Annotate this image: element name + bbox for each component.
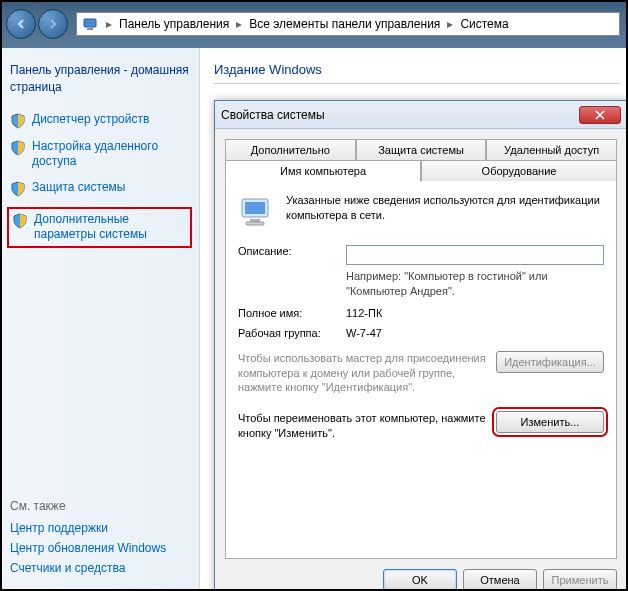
window-glass-frame: ▸ Панель управления ▸ Все элементы панел… [0,0,628,48]
breadcrumb-segment[interactable]: Система [456,17,512,31]
footer-link-action-center[interactable]: Центр поддержки [10,521,190,535]
apply-button: Применить [543,569,617,591]
chevron-right-icon: ▸ [103,17,115,31]
see-also-header: См. также [10,499,190,513]
description-hint: Например: "Компьютер в гостиной" или "Ко… [346,269,604,299]
nav-back-button[interactable] [6,9,36,39]
chevron-right-icon: ▸ [444,17,456,31]
computer-icon [238,193,276,231]
address-bar[interactable]: ▸ Панель управления ▸ Все элементы панел… [76,12,620,36]
shield-icon [10,140,26,156]
fullname-label: Полное имя: [238,307,346,319]
computer-icon [81,15,99,33]
content-section-title: Издание Windows [214,62,628,77]
dialog-titlebar[interactable]: Свойства системы [215,101,627,129]
footer-link-windows-update[interactable]: Центр обновления Windows [10,541,190,555]
workgroup-value: W-7-47 [346,327,604,339]
sidebar-item-advanced-settings[interactable]: Дополнительные параметры системы [7,207,192,248]
chevron-right-icon: ▸ [233,17,245,31]
cancel-button[interactable]: Отмена [463,569,537,591]
nav-forward-button[interactable] [38,9,68,39]
sidebar-item-device-manager[interactable]: Диспетчер устройств [10,112,189,129]
divider [214,83,620,84]
breadcrumb-segment[interactable]: Панель управления [115,17,233,31]
identification-text: Чтобы использовать мастер для присоедине… [238,351,488,396]
description-input[interactable] [346,245,604,265]
sidebar-item-system-protection[interactable]: Защита системы [10,180,189,197]
close-button[interactable] [579,106,621,124]
tab-panel-computer-name: Указанные ниже сведения используются для… [225,181,617,559]
dialog-title: Свойства системы [221,108,579,122]
sidebar-home-link[interactable]: Панель управления - домашняя страница [10,62,189,96]
shield-icon [10,113,26,129]
sidebar-item-label: Защита системы [32,180,125,196]
shield-icon [10,181,26,197]
svg-rect-1 [87,28,93,30]
tab-advanced[interactable]: Дополнительно [225,139,356,161]
sidebar-item-label: Диспетчер устройств [32,112,149,128]
system-properties-dialog: Свойства системы Дополнительно Защита си… [214,100,628,591]
tab-remote[interactable]: Удаленный доступ [486,139,617,161]
change-text: Чтобы переименовать этот компьютер, нажм… [238,411,488,441]
sidebar-item-label: Дополнительные параметры системы [34,212,187,243]
change-button[interactable]: Изменить... [496,411,604,433]
description-label: Описание: [238,245,346,257]
tab-system-protection[interactable]: Защита системы [356,139,487,161]
workgroup-label: Рабочая группа: [238,327,346,339]
fullname-value: 112-ПК [346,307,604,319]
intro-text: Указанные ниже сведения используются для… [286,193,604,231]
tab-hardware[interactable]: Оборудование [421,160,617,182]
ok-button[interactable]: OK [383,569,457,591]
identification-button: Идентификация... [496,351,604,373]
svg-rect-0 [84,19,96,27]
sidebar-item-remote-settings[interactable]: Настройка удаленного доступа [10,139,189,170]
sidebar: Панель управления - домашняя страница Ди… [0,48,200,591]
svg-rect-3 [245,202,265,214]
breadcrumb-segment[interactable]: Все элементы панели управления [245,17,444,31]
tab-computer-name[interactable]: Имя компьютера [225,160,421,182]
sidebar-item-label: Настройка удаленного доступа [32,139,189,170]
svg-rect-5 [246,222,264,225]
shield-icon [12,213,28,229]
footer-link-performance[interactable]: Счетчики и средства [10,561,190,575]
